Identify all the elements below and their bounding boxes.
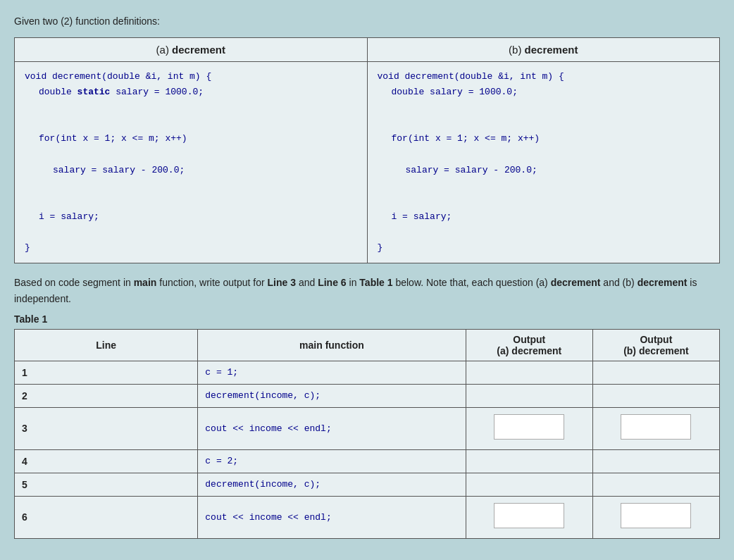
output-a-line2: [466, 384, 592, 407]
col-output-b: Output(b) decrement: [592, 329, 719, 361]
output-b-line6: [592, 496, 719, 538]
answer-box-a-line3[interactable]: [494, 414, 564, 440]
output-b-line5: [592, 473, 719, 496]
output-a-line3: [466, 407, 592, 449]
table-row: 6 cout << income << endl;: [15, 496, 720, 538]
main-code-line1: c = 1;: [198, 361, 466, 384]
main-code-line4: c = 2;: [198, 449, 466, 473]
col-line: Line: [15, 329, 198, 361]
answer-box-b-line6[interactable]: [621, 503, 691, 528]
output-a-line5: [466, 473, 592, 496]
output-a-line6: [466, 496, 592, 538]
output-b-line4: [592, 449, 719, 473]
line-number: 3: [15, 407, 198, 449]
table-row: 1 c = 1;: [15, 361, 720, 384]
line-number: 2: [15, 384, 198, 407]
code-definitions-table: (a) decrement (b) decrement void decreme…: [14, 37, 720, 263]
col-header-a: (a) decrement: [15, 38, 368, 62]
answer-box-a-line6[interactable]: [494, 503, 564, 528]
table-row: 5 decrement(income, c);: [15, 473, 720, 496]
output-a-line4: [466, 449, 592, 473]
output-b-line1: [592, 361, 719, 384]
col-main-function: main function: [198, 329, 466, 361]
col-output-a: Output(a) decrement: [466, 329, 592, 361]
table-title: Table 1: [14, 313, 720, 325]
main-code-line5: decrement(income, c);: [198, 473, 466, 496]
main-code-line2: decrement(income, c);: [198, 384, 466, 407]
output-b-line3: [592, 407, 719, 449]
main-code-line6: cout << income << endl;: [198, 496, 466, 538]
output-b-line2: [592, 384, 719, 407]
answer-box-b-line3[interactable]: [621, 414, 691, 440]
table-row: 2 decrement(income, c);: [15, 384, 720, 407]
output-a-line1: [466, 361, 592, 384]
main-table: Line main function Output(a) decrement O…: [14, 329, 720, 539]
intro-text: Given two (2) function definitions:: [14, 14, 720, 29]
line-number: 4: [15, 449, 198, 473]
line-number: 1: [15, 361, 198, 384]
col-header-b: (b) decrement: [367, 38, 720, 62]
main-code-line3: cout << income << endl;: [198, 407, 466, 449]
line-number: 5: [15, 473, 198, 496]
description-text: Based on code segment in main function, …: [14, 275, 720, 306]
table-row: 4 c = 2;: [15, 449, 720, 473]
table-row: 3 cout << income << endl;: [15, 407, 720, 449]
function-a-code: void decrement(double &i, int m) { doubl…: [15, 62, 368, 263]
function-b-code: void decrement(double &i, int m) { doubl…: [367, 62, 720, 263]
line-number: 6: [15, 496, 198, 538]
